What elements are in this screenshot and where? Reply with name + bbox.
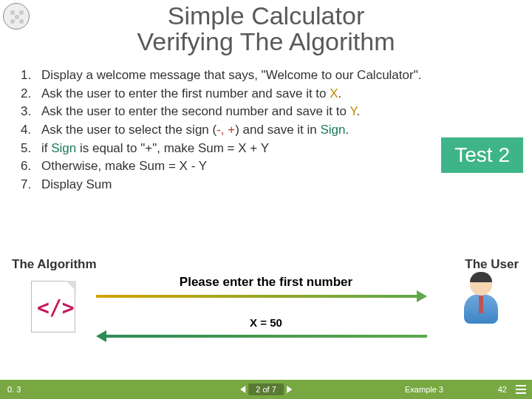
page-number: 42 xyxy=(498,385,507,394)
slide-nav: 2 of 7 xyxy=(240,383,292,395)
dialogue-prompt: Please enter the first number xyxy=(180,275,352,290)
menu-icon[interactable] xyxy=(516,385,526,394)
arrow-right-icon xyxy=(96,294,427,299)
footer-bar: 0. 3 2 of 7 Example 3 42 xyxy=(0,380,532,399)
user-avatar-icon xyxy=(458,273,504,340)
prev-slide-button[interactable] xyxy=(240,386,245,393)
next-slide-button[interactable] xyxy=(287,386,292,393)
algorithm-steps: 1.Display a welcome message that says, "… xyxy=(21,66,532,194)
app-logo-icon xyxy=(3,3,30,30)
dialogue-answer: X = 50 xyxy=(250,316,282,329)
slide-subtitle: Verifying The Algorithm xyxy=(0,27,532,56)
version-label: 0. 3 xyxy=(7,385,21,394)
algorithm-label: The Algorithm xyxy=(12,257,97,272)
arrow-left-icon xyxy=(96,334,427,338)
slide-progress: 2 of 7 xyxy=(248,383,284,395)
example-label: Example 3 xyxy=(405,385,443,394)
code-file-icon: </> xyxy=(27,276,78,335)
slide-title: Simple Calculator xyxy=(0,1,532,30)
user-label: The User xyxy=(465,257,519,272)
test-badge: Test 2 xyxy=(441,137,523,173)
